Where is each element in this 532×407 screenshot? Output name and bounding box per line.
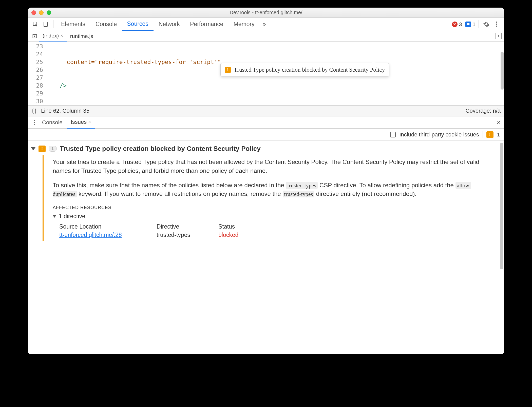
- tooltip-text: Trusted Type policy creation blocked by …: [234, 66, 385, 74]
- divider: [479, 20, 479, 28]
- drawer-more-icon[interactable]: [31, 118, 38, 127]
- svg-rect-1: [44, 22, 47, 27]
- divider: [53, 20, 53, 28]
- issues-panel: ! 1 Trusted Type policy creation blocked…: [28, 141, 504, 354]
- tab-sources[interactable]: Sources: [122, 18, 153, 31]
- col-status: Status: [218, 223, 259, 232]
- tab-console[interactable]: Console: [90, 18, 122, 31]
- issue-description-2: To solve this, make sure that the names …: [53, 181, 494, 199]
- directive-group-row[interactable]: 1 directive: [53, 213, 494, 220]
- main-toolbar: Elements Console Sources Network Perform…: [28, 18, 504, 31]
- line-gutter: 2324252627282930: [28, 42, 46, 105]
- tab-elements[interactable]: Elements: [56, 18, 90, 31]
- format-icon[interactable]: {}: [31, 108, 37, 114]
- settings-icon[interactable]: [481, 20, 491, 29]
- error-icon: ✕: [452, 22, 458, 27]
- issues-scrollbar[interactable]: [500, 143, 503, 269]
- navigator-toggle-icon[interactable]: [30, 32, 39, 41]
- message-count-badge[interactable]: 1: [465, 21, 476, 28]
- divider: [483, 131, 483, 138]
- issues-count: 1: [497, 131, 500, 138]
- directive-count: 1 directive: [59, 213, 85, 220]
- message-icon: [465, 22, 471, 27]
- file-tab-runtime[interactable]: runtime.js: [67, 31, 97, 42]
- drawer-tab-issues[interactable]: Issues ×: [67, 116, 95, 129]
- drawer-tab-label: Issues: [71, 119, 87, 125]
- issue-title: Trusted Type policy creation blocked by …: [60, 145, 261, 153]
- third-party-cookies-checkbox[interactable]: [390, 132, 396, 137]
- file-tab-label: runtime.js: [70, 33, 93, 39]
- affected-resources-table: Source Location Directive Status tt-enfo…: [59, 223, 494, 238]
- toggle-sidebar-icon[interactable]: [496, 33, 502, 39]
- more-tabs-button[interactable]: »: [260, 18, 269, 31]
- devtools-window: DevTools - tt-enforced.glitch.me/ Elemen…: [28, 8, 504, 354]
- close-tab-icon[interactable]: ×: [60, 33, 63, 38]
- status-value: blocked: [218, 232, 259, 238]
- directive-value: trusted-types: [157, 232, 212, 238]
- issue-count-pill: 1: [49, 146, 57, 152]
- issue-body: Your site tries to create a Trusted Type…: [43, 155, 504, 241]
- issue-header-row[interactable]: ! 1 Trusted Type policy creation blocked…: [28, 141, 504, 155]
- tab-memory[interactable]: Memory: [229, 18, 260, 31]
- cursor-position: Line 62, Column 35: [41, 108, 89, 114]
- file-tab-index[interactable]: (index) ×: [39, 31, 67, 42]
- file-tab-label: (index): [43, 33, 59, 39]
- window-title: DevTools - tt-enforced.glitch.me/: [28, 10, 504, 15]
- col-directive: Directive: [157, 223, 212, 232]
- issue-description-1: Your site tries to create a Trusted Type…: [53, 158, 494, 175]
- issues-count-icon: !: [486, 131, 493, 138]
- more-options-icon[interactable]: [491, 20, 502, 29]
- drawer-tabs: Console Issues × ×: [28, 116, 504, 129]
- tab-performance[interactable]: Performance: [185, 18, 229, 31]
- affected-resources-heading: AFFECTED RESOURCES: [53, 205, 494, 210]
- message-count: 1: [472, 21, 476, 27]
- col-source-location: Source Location: [59, 223, 150, 232]
- third-party-cookies-label: Include third-party cookie issues: [399, 131, 479, 138]
- code-scrollbar[interactable]: [501, 52, 504, 90]
- device-toolbar-icon[interactable]: [41, 20, 51, 29]
- editor-status-bar: {} Line 62, Column 35 Coverage: n/a: [28, 105, 504, 116]
- close-drawer-tab-icon[interactable]: ×: [88, 119, 91, 125]
- coverage-status: Coverage: n/a: [466, 108, 501, 114]
- expand-icon[interactable]: [31, 147, 35, 150]
- expand-icon[interactable]: [53, 215, 56, 218]
- error-count-badge[interactable]: ✕ 3: [451, 21, 463, 28]
- code-editor[interactable]: 2324252627282930 content="require-truste…: [28, 42, 504, 105]
- error-tooltip: ! Trusted Type policy creation blocked b…: [220, 63, 389, 76]
- drawer-tab-console[interactable]: Console: [38, 116, 67, 129]
- file-tabs: (index) × runtime.js: [28, 31, 504, 42]
- issue-kind-icon: !: [39, 146, 46, 152]
- inspect-element-icon[interactable]: [30, 20, 41, 29]
- issues-toolbar: Include third-party cookie issues ! 1: [28, 129, 504, 141]
- titlebar: DevTools - tt-enforced.glitch.me/: [28, 8, 504, 18]
- close-drawer-icon[interactable]: ×: [497, 118, 501, 126]
- tab-network[interactable]: Network: [154, 18, 185, 31]
- source-location-link[interactable]: tt-enforced.glitch.me/:28: [59, 232, 150, 238]
- error-count: 3: [459, 21, 462, 27]
- warning-icon: !: [225, 67, 231, 73]
